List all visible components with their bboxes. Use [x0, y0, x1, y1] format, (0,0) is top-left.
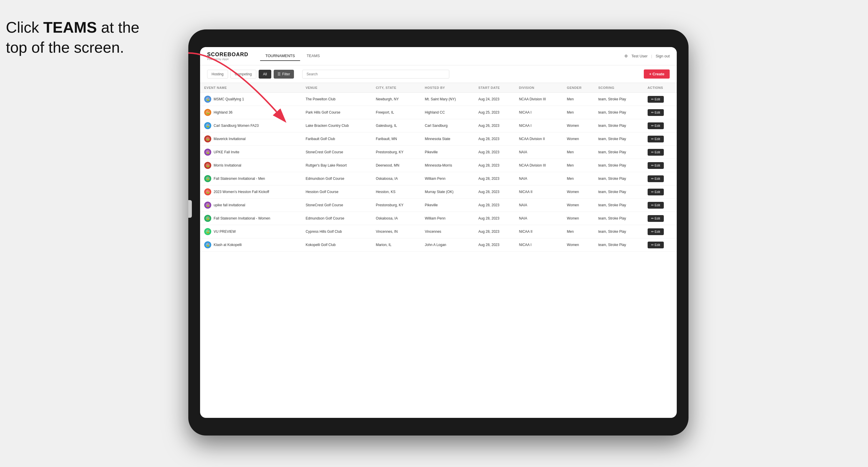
hosted-by-cell: Carl Sandburg	[421, 119, 474, 132]
edit-button[interactable]: ✏ Edit	[648, 109, 664, 116]
start-date-cell: Aug 28, 2023	[474, 199, 515, 212]
edit-button[interactable]: ✏ Edit	[648, 122, 664, 129]
event-name: Fall Statesmen Invitational - Men	[214, 177, 265, 181]
division-cell: NCAA Division III	[515, 93, 563, 106]
filter-button[interactable]: ☰ Filter	[274, 70, 294, 79]
table-row: ⛳ Fall Statesmen Invitational - Men Edmu…	[200, 172, 677, 185]
table-row: ⛳ VU PREVIEW Cypress Hills Golf ClubVinc…	[200, 225, 677, 238]
division-cell: NICAA I	[515, 238, 563, 252]
event-icon: ⛳	[204, 109, 211, 116]
tab-teams[interactable]: TEAMS	[301, 51, 325, 61]
edit-button[interactable]: ✏ Edit	[648, 202, 664, 209]
event-name-cell: ⛳ UPKE Fall Invite	[200, 146, 302, 159]
actions-cell: ✏ Edit	[644, 212, 677, 225]
start-date-cell: Aug 26, 2023	[474, 119, 515, 132]
event-name-cell: ⛳ Highland 36	[200, 106, 302, 119]
filter-bar: Hosting Competing All ☰ Filter + Create	[200, 65, 677, 83]
event-icon: ⛳	[204, 122, 211, 129]
actions-cell: ✏ Edit	[644, 238, 677, 252]
event-name: Morris Invitational	[214, 163, 241, 167]
gender-cell: Women	[563, 212, 594, 225]
event-name: Highland 36	[214, 111, 232, 115]
col-city-state: CITY, STATE	[372, 83, 421, 93]
settings-icon[interactable]: ⚙	[624, 54, 628, 58]
start-date-cell: Aug 28, 2023	[474, 238, 515, 252]
edit-button[interactable]: ✏ Edit	[648, 215, 664, 222]
edit-button[interactable]: ✏ Edit	[648, 162, 664, 169]
table-row: ⛳ MSMC Qualifying 1 The Powelton ClubNew…	[200, 93, 677, 106]
edit-button[interactable]: ✏ Edit	[648, 228, 664, 235]
event-name: Klash at Kokopelli	[214, 243, 242, 247]
table-row: ⛳ Fall Statesmen Invitational - Women Ed…	[200, 212, 677, 225]
start-date-cell: Aug 28, 2023	[474, 185, 515, 199]
svg-text:⛳: ⛳	[206, 177, 210, 181]
filter-icon: ☰	[277, 72, 281, 76]
city-cell: Faribault, MN	[372, 132, 421, 146]
gender-cell: Women	[563, 199, 594, 212]
scoring-cell: team, Stroke Play	[594, 106, 644, 119]
event-icon: ⛳	[204, 201, 211, 209]
city-cell: Prestonsburg, KY	[372, 199, 421, 212]
tournaments-table: EVENT NAME VENUE CITY, STATE HOSTED BY S…	[200, 83, 677, 252]
table-row: ⛳ Morris Invitational Ruttger's Bay Lake…	[200, 159, 677, 172]
edit-button[interactable]: ✏ Edit	[648, 136, 664, 143]
venue-cell: Faribault Golf Club	[302, 132, 372, 146]
svg-text:⛳: ⛳	[206, 203, 210, 207]
venue-cell: The Powelton Club	[302, 93, 372, 106]
col-hosted-by: HOSTED BY	[421, 83, 474, 93]
venue-cell: Hesston Golf Course	[302, 185, 372, 199]
start-date-cell: Aug 24, 2023	[474, 93, 515, 106]
edit-button[interactable]: ✏ Edit	[648, 189, 664, 195]
gender-cell: Women	[563, 119, 594, 132]
scoring-cell: team, Stroke Play	[594, 199, 644, 212]
scoring-cell: team, Stroke Play	[594, 93, 644, 106]
event-name: Fall Statesmen Invitational - Women	[214, 216, 270, 220]
event-name: 2023 Women's Hesston Fall Kickoff	[214, 190, 269, 194]
hosting-button[interactable]: Hosting	[207, 70, 228, 79]
hosted-by-cell: Pikeville	[421, 199, 474, 212]
table-container: EVENT NAME VENUE CITY, STATE HOSTED BY S…	[200, 83, 677, 418]
event-name-cell: ⛳ Morris Invitational	[200, 159, 302, 172]
svg-text:⛳: ⛳	[206, 111, 210, 115]
hosted-by-cell: William Penn	[421, 212, 474, 225]
start-date-cell: Aug 28, 2023	[474, 225, 515, 238]
table-header-row: EVENT NAME VENUE CITY, STATE HOSTED BY S…	[200, 83, 677, 93]
division-cell: NAIA	[515, 212, 563, 225]
sidebar-handle[interactable]	[188, 200, 192, 218]
event-name-cell: ⛳ Fall Statesmen Invitational - Men	[200, 172, 302, 185]
event-icon: ⛳	[204, 188, 211, 195]
start-date-cell: Aug 28, 2023	[474, 132, 515, 146]
top-nav: SCOREBOARD Powered by clippit TOURNAMENT…	[200, 47, 677, 65]
division-cell: NAIA	[515, 199, 563, 212]
start-date-cell: Aug 28, 2023	[474, 172, 515, 185]
sign-out-link[interactable]: Sign out	[656, 54, 670, 58]
table-row: ⛳ Highland 36 Park Hills Golf CourseFree…	[200, 106, 677, 119]
gender-cell: Women	[563, 132, 594, 146]
table-row: ⛳ 2023 Women's Hesston Fall Kickoff Hess…	[200, 185, 677, 199]
edit-button[interactable]: ✏ Edit	[648, 149, 664, 156]
scoring-cell: team, Stroke Play	[594, 225, 644, 238]
edit-button[interactable]: ✏ Edit	[648, 242, 664, 248]
actions-cell: ✏ Edit	[644, 185, 677, 199]
actions-cell: ✏ Edit	[644, 93, 677, 106]
all-button[interactable]: All	[259, 70, 271, 79]
start-date-cell: Aug 28, 2023	[474, 159, 515, 172]
event-name-cell: ⛳ upike fall invitational	[200, 199, 302, 212]
instruction-text: Click TEAMS at thetop of the screen.	[6, 18, 140, 57]
gender-cell: Men	[563, 146, 594, 159]
table-row: ⛳ Maverick Invitational Faribault Golf C…	[200, 132, 677, 146]
hosted-by-cell: Minnesota State	[421, 132, 474, 146]
tab-tournaments[interactable]: TOURNAMENTS	[260, 51, 300, 61]
division-cell: NCAA Division III	[515, 159, 563, 172]
create-button[interactable]: + Create	[644, 69, 670, 79]
start-date-cell: Aug 28, 2023	[474, 146, 515, 159]
edit-button[interactable]: ✏ Edit	[648, 96, 664, 103]
svg-text:⛳: ⛳	[206, 137, 210, 141]
city-cell: Prestonsburg, KY	[372, 146, 421, 159]
event-name-cell: ⛳ VU PREVIEW	[200, 225, 302, 238]
edit-button[interactable]: ✏ Edit	[648, 176, 664, 182]
search-input[interactable]	[302, 70, 449, 79]
event-icon: ⛳	[204, 162, 211, 169]
competing-button[interactable]: Competing	[230, 70, 256, 79]
event-name: UPKE Fall Invite	[214, 150, 239, 154]
